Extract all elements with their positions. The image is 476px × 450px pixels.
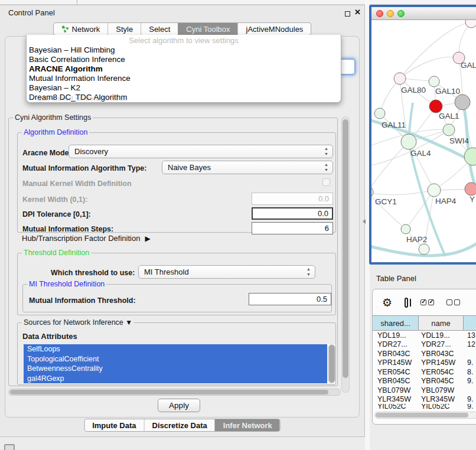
float-panel-icon[interactable]: [345, 11, 350, 17]
tab-style[interactable]: Style: [107, 23, 141, 35]
table-row[interactable]: YDR27...YDR27...12: [373, 340, 476, 350]
gear-icon[interactable]: ⚙: [382, 297, 392, 308]
cell[interactable]: YBL079W: [373, 386, 419, 394]
scrollbar-thumb[interactable]: [343, 119, 348, 378]
manual-kernel-checkbox[interactable]: [322, 178, 330, 186]
cell[interactable]: YBR043C: [373, 350, 419, 358]
column-header-name[interactable]: name: [419, 316, 464, 330]
table-row[interactable]: YER054CYER054C8.: [373, 367, 476, 377]
settings-horizontal-scrollbar[interactable]: [8, 389, 341, 396]
mi-steps-field[interactable]: 6: [252, 222, 333, 234]
deselect-all-icon[interactable]: [446, 299, 460, 305]
network-node[interactable]: [419, 244, 429, 255]
dpi-tolerance-field[interactable]: 0.0: [252, 207, 333, 220]
network-node[interactable]: [428, 184, 441, 197]
table-row[interactable]: YBL079WYBL079W: [373, 386, 476, 395]
list-item-selected[interactable]: TopologicalCoefficient: [24, 354, 327, 364]
network-node[interactable]: [371, 186, 373, 198]
network-node[interactable]: [465, 182, 476, 195]
scrollbar-thumb[interactable]: [329, 345, 335, 383]
cell[interactable]: 13: [464, 331, 476, 340]
column-header-shared-name[interactable]: shared...: [373, 316, 419, 330]
table-row[interactable]: YDL19...YDL19...13: [373, 331, 476, 340]
cell[interactable]: 9.: [464, 377, 476, 385]
tab-infer-network[interactable]: Infer Network: [215, 419, 280, 431]
cell[interactable]: 9.: [464, 395, 476, 403]
algorithm-combobox[interactable]: [339, 58, 356, 75]
list-scrollbar[interactable]: [328, 344, 335, 383]
settings-vertical-scrollbar[interactable]: [341, 116, 350, 393]
network-node-selected[interactable]: [429, 100, 442, 113]
close-panel-icon[interactable]: ✕: [354, 8, 361, 17]
cell[interactable]: YPR145W: [419, 358, 464, 367]
dropdown-item-selected[interactable]: ARACNE Algorithm: [27, 64, 341, 74]
cell[interactable]: YBL079W: [419, 386, 464, 394]
list-item-selected[interactable]: gal4RGexp: [24, 374, 327, 384]
network-node[interactable]: [429, 76, 439, 87]
list-item-selected[interactable]: BetweennessCentrality: [24, 364, 327, 374]
network-node[interactable]: [374, 108, 385, 119]
kernel-width-field[interactable]: 0.0: [252, 193, 333, 205]
which-threshold-select[interactable]: MI Threshold: [138, 265, 315, 279]
network-canvas[interactable]: GAL GAL80 GAL10 GAL1 GAL11 SWI4 GAL4 GCY…: [371, 20, 476, 262]
cell[interactable]: 9.: [464, 404, 476, 409]
network-window-titlebar[interactable]: [371, 7, 476, 20]
dropdown-item[interactable]: Mutual Information Inference: [27, 74, 341, 83]
cell[interactable]: YER054C: [419, 368, 464, 376]
cell[interactable]: YDL19...: [373, 331, 419, 340]
tab-jactivemnodules[interactable]: jActiveMNodules: [238, 23, 311, 35]
tab-impute-data[interactable]: Impute Data: [84, 419, 144, 431]
dropdown-item[interactable]: Bayesian – Hill Climbing: [27, 45, 341, 55]
cell[interactable]: YBR045C: [419, 377, 464, 385]
cell[interactable]: YPR145W: [373, 358, 419, 367]
network-node[interactable]: [401, 134, 416, 149]
mi-type-select[interactable]: Naive Bayes: [162, 161, 333, 174]
list-item-selected[interactable]: SelfLoops: [24, 344, 327, 354]
cell[interactable]: YBR043C: [419, 350, 464, 358]
close-window-button[interactable]: [376, 10, 383, 17]
table-row[interactable]: YLR345WYLR345W9.: [373, 395, 476, 405]
cell[interactable]: YLR345W: [373, 395, 419, 403]
column-browser-icon[interactable]: [405, 298, 408, 308]
cell[interactable]: YDR27...: [373, 340, 419, 348]
table-row[interactable]: YIL052CYIL052C9.: [373, 404, 476, 409]
cell[interactable]: YLR345W: [419, 395, 464, 403]
collapsed-panel-icon[interactable]: [4, 444, 15, 450]
network-node[interactable]: [443, 124, 455, 136]
tab-cyni-toolbox[interactable]: Cyni Toolbox: [178, 23, 237, 35]
select-all-icon[interactable]: [420, 299, 434, 305]
table-horizontal-scrollbar[interactable]: [374, 412, 476, 419]
cell[interactable]: YDR27...: [419, 340, 464, 348]
cell[interactable]: YIL052C: [373, 404, 419, 409]
tab-discretize-data[interactable]: Discretize Data: [144, 419, 215, 431]
cell[interactable]: YER054C: [373, 368, 419, 376]
cell[interactable]: 8.: [464, 368, 476, 376]
dropdown-item[interactable]: Bayesian – K2: [27, 83, 341, 93]
cell[interactable]: YDL19...: [419, 331, 464, 340]
network-node[interactable]: [455, 94, 470, 110]
collapse-arrow-icon[interactable]: ▼: [125, 318, 132, 327]
cell[interactable]: YBR045C: [373, 377, 419, 385]
network-node[interactable]: [394, 73, 406, 84]
minimize-window-button[interactable]: [387, 10, 394, 17]
table-row[interactable]: YPR145WYPR145W9.: [373, 358, 476, 368]
table-row[interactable]: YBR043CYBR043C: [373, 349, 476, 358]
scrollbar-thumb[interactable]: [10, 390, 328, 394]
scrollbar-thumb[interactable]: [376, 413, 468, 418]
aracne-mode-select[interactable]: Discovery: [69, 145, 333, 158]
cell[interactable]: 12: [464, 340, 476, 348]
tab-network[interactable]: Network: [54, 23, 108, 35]
tab-select[interactable]: Select: [141, 23, 178, 35]
apply-button[interactable]: Apply: [158, 399, 200, 412]
cell[interactable]: 9.: [464, 358, 476, 367]
column-header-partial[interactable]: [464, 316, 476, 330]
network-node[interactable]: [401, 224, 410, 234]
table-row[interactable]: YBR045CYBR045C9.: [373, 377, 476, 386]
hub-tf-definition-toggle[interactable]: Hub/Transcription Factor Definition ▶: [22, 234, 151, 243]
cell[interactable]: YIL052C: [419, 404, 464, 409]
network-node[interactable]: [464, 148, 476, 165]
mi-threshold-field[interactable]: 0.5: [249, 293, 331, 305]
zoom-window-button[interactable]: [397, 10, 405, 17]
dropdown-item[interactable]: Basic Correlation Inference: [27, 55, 341, 64]
network-node[interactable]: [465, 20, 476, 28]
